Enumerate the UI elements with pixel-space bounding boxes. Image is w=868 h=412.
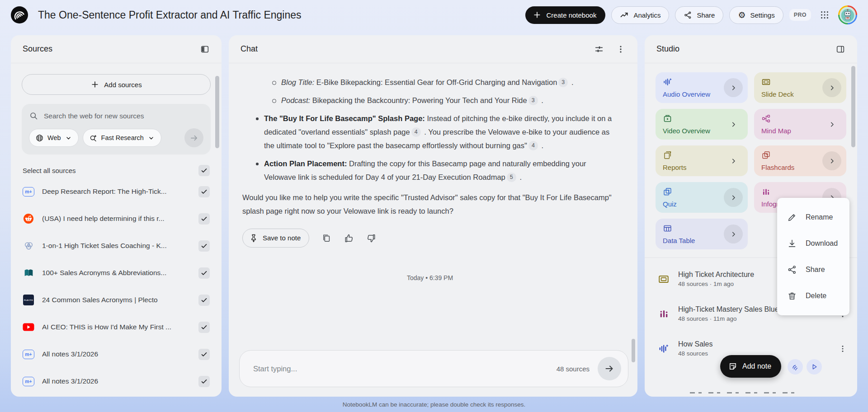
tile-slide-deck[interactable]: Slide Deck	[754, 72, 846, 103]
notebooklm-logo-icon[interactable]	[11, 6, 28, 23]
source-checkbox[interactable]	[198, 240, 210, 252]
add-sources-label: Add sources	[104, 81, 142, 89]
source-row[interactable]: m+ All notes 3/1/2026	[11, 341, 222, 368]
chat-more-menu-icon[interactable]	[616, 44, 626, 54]
source-checkbox[interactable]	[198, 267, 210, 279]
play-audio-button[interactable]	[807, 359, 822, 375]
thumbs-up-icon	[344, 233, 354, 243]
search-submit-button[interactable]	[184, 128, 203, 147]
menu-item-download[interactable]: Download	[777, 230, 849, 257]
sources-scrollbar[interactable]	[215, 76, 219, 148]
analytics-label: Analytics	[633, 11, 660, 19]
citation-badge[interactable]: 3	[528, 96, 538, 105]
add-note-button[interactable]: Add note	[720, 355, 781, 378]
tile-reports[interactable]: Reports	[656, 145, 748, 176]
citation-badge[interactable]: 4	[411, 127, 421, 137]
download-icon	[787, 239, 797, 248]
check-icon	[200, 215, 208, 223]
check-icon	[200, 378, 208, 385]
notebook-title[interactable]: The One-Sentence Profit Extractor and AI…	[38, 9, 302, 21]
source-checkbox[interactable]	[198, 295, 210, 306]
tile-data-table[interactable]: Data Table	[656, 219, 748, 249]
sources-panel: Sources Add sources Web Fast Research	[11, 35, 222, 397]
chat-scrollbar[interactable]	[632, 339, 635, 362]
tile-mind-map[interactable]: Mind Map	[754, 109, 846, 140]
copy-button[interactable]	[321, 233, 331, 243]
settings-button[interactable]: ⚙ Settings	[729, 6, 783, 24]
search-sources-input[interactable]	[44, 112, 203, 120]
open-quiz-chevron[interactable]	[724, 188, 743, 207]
citation-badge[interactable]: 5	[507, 173, 516, 182]
studio-scrollbar[interactable]	[851, 66, 855, 147]
thumbs-down-button[interactable]	[366, 233, 377, 243]
open-flashcards-chevron[interactable]	[822, 151, 841, 170]
audio-waveform-icon	[657, 343, 670, 354]
open-video-overview-chevron[interactable]	[724, 115, 743, 134]
add-sources-button[interactable]: Add sources	[22, 74, 211, 95]
source-checkbox[interactable]	[198, 349, 210, 360]
source-checkbox[interactable]	[198, 376, 210, 387]
menu-item-delete[interactable]: Delete	[777, 283, 849, 309]
search-icon	[29, 111, 38, 121]
source-title: AI CEO: THIS is How I'd Make My First ..…	[42, 323, 191, 331]
source-checkbox[interactable]	[198, 186, 210, 197]
data-table-icon	[663, 224, 672, 233]
chat-date-divider: Today • 6:39 PM	[242, 271, 618, 285]
chevron-right-icon	[730, 194, 737, 201]
reports-icon	[663, 150, 672, 160]
mind-map-icon	[761, 114, 771, 123]
tile-quiz[interactable]: Quiz	[656, 182, 748, 213]
source-row[interactable]: AI CEO: THIS is How I'd Make My First ..…	[11, 314, 222, 341]
thumbs-up-button[interactable]	[344, 233, 354, 243]
share-button[interactable]: Share	[675, 6, 723, 24]
source-checkbox[interactable]	[198, 213, 210, 225]
source-row[interactable]: m+ Deep Research Report: The High-Tick..…	[11, 178, 222, 205]
source-row[interactable]: 1-on-1 High Ticket Sales Coaching - K...	[11, 232, 222, 259]
open-slide-deck-chevron[interactable]	[822, 78, 841, 97]
save-to-note-button[interactable]: Save to note	[242, 229, 309, 248]
open-data-table-chevron[interactable]	[724, 225, 743, 243]
venn-diagram-icon	[23, 240, 34, 252]
studio-panel-title: Studio	[656, 44, 679, 54]
chat-input-box: 48 sources	[239, 350, 628, 387]
pencil-icon	[787, 212, 797, 222]
menu-item-rename[interactable]: Rename	[777, 204, 849, 230]
fast-research-dropdown[interactable]: Fast Research	[83, 129, 161, 147]
create-notebook-button[interactable]: Create notebook	[525, 6, 605, 24]
avatar[interactable]	[838, 5, 857, 24]
citation-badge[interactable]: 4	[528, 141, 538, 150]
open-mind-map-chevron[interactable]	[822, 115, 841, 134]
chat-sub-bullet: Podcast: Bikepacking the Backcountry: Po…	[271, 94, 618, 107]
chat-settings-icon[interactable]	[594, 44, 604, 54]
source-checkbox[interactable]	[198, 322, 210, 333]
menu-item-label: Rename	[806, 213, 833, 221]
source-row[interactable]: (USA) I need help determining if this r.…	[11, 205, 222, 232]
bullet-tail: .	[569, 78, 573, 86]
source-row[interactable]: PLECTO 24 Common Sales Acronyms | Plecto	[11, 286, 222, 314]
apps-grid-button[interactable]	[817, 7, 832, 23]
open-reports-chevron[interactable]	[724, 151, 743, 170]
chat-paragraph: Would you like me to help you write the …	[242, 191, 618, 218]
tile-audio-overview[interactable]: Audio Overview	[656, 72, 748, 103]
collapse-sources-panel-icon[interactable]	[200, 44, 210, 54]
save-to-note-label: Save to note	[263, 231, 301, 245]
disclaimer: NotebookLM can be inaccurate; please dou…	[0, 401, 868, 408]
tile-label: Mind Map	[761, 127, 791, 135]
collapse-studio-panel-icon[interactable]	[835, 44, 845, 54]
source-row[interactable]: 100+ Sales Acronyms & Abbreviations...	[11, 259, 222, 286]
artifact-more-menu[interactable]	[836, 342, 849, 355]
menu-item-share[interactable]: Share	[777, 257, 849, 283]
open-audio-overview-chevron[interactable]	[724, 78, 743, 97]
interactive-mode-button[interactable]	[788, 359, 803, 375]
tile-flashcards[interactable]: Flashcards	[754, 145, 846, 176]
analytics-button[interactable]: Analytics	[611, 6, 669, 24]
citation-badge[interactable]: 3	[558, 78, 568, 87]
chat-input[interactable]	[253, 365, 557, 373]
tile-video-overview[interactable]: Video Overview	[656, 109, 748, 140]
select-all-checkbox[interactable]	[198, 165, 210, 176]
web-source-type-dropdown[interactable]: Web	[29, 129, 79, 147]
source-title: 24 Common Sales Acronyms | Plecto	[42, 296, 191, 304]
source-row[interactable]: m+ All notes 3/1/2026	[11, 368, 222, 395]
menu-item-label: Share	[806, 266, 825, 274]
chat-send-button[interactable]	[598, 357, 621, 380]
